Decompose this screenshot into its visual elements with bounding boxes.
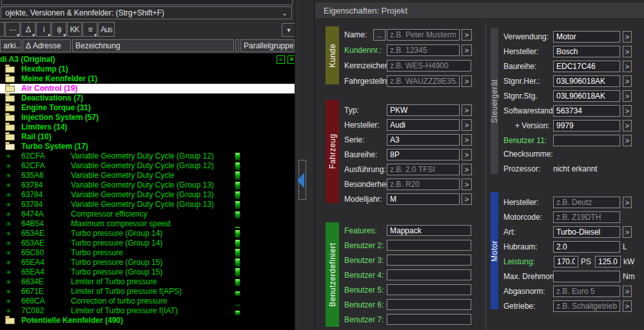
toolbar-delta-button[interactable]: Δ — [21, 22, 35, 37]
map-row[interactable]: ✳669CACorrection of turbo pressure — [0, 296, 295, 306]
toolbar-aus-button[interactable]: Aus — [98, 22, 115, 37]
arrow-button[interactable]: > — [462, 134, 472, 146]
field-input-typ[interactable] — [387, 104, 460, 116]
toolbar-dropdown-button[interactable]: ▼ — [282, 23, 296, 37]
arrow-button[interactable]: > — [462, 164, 472, 175]
toolbar-info-button[interactable]: i — [36, 22, 51, 37]
more-button[interactable]: ... — [373, 29, 385, 41]
arrow-button[interactable]: > — [623, 120, 632, 131]
filter-dropdown[interactable]: ojekte, Versionen & Kennfelder: (Strg+Sh… — [1, 6, 292, 19]
arrow-button[interactable]: > — [462, 179, 472, 190]
arrow-button[interactable]: > — [623, 46, 632, 57]
tree-folder-row[interactable]: Hexdump (1) — [0, 64, 295, 74]
field-input-features[interactable] — [387, 225, 471, 236]
field-input-leistung-1[interactable] — [554, 256, 578, 267]
arrow-button[interactable]: > — [623, 105, 632, 117]
field-input-benutzer-6[interactable] — [387, 299, 471, 310]
field-input-name[interactable] — [387, 29, 460, 41]
arrow-button[interactable]: > — [462, 119, 472, 131]
toolbar-lines-button[interactable]: ≡ — [83, 22, 97, 37]
arrow-button[interactable]: > — [623, 31, 632, 43]
tree-folder-row[interactable]: Meine Kennfelder (1) — [0, 74, 295, 84]
map-row[interactable]: ✳63784Variable Geometry Duty Cycle (Grou… — [0, 190, 295, 200]
field-input-modelljahr[interactable] — [387, 193, 460, 205]
field-input-verwendung[interactable] — [553, 31, 620, 43]
map-row[interactable]: ✳62CFAVariable Geometry Duty Cycle (Grou… — [0, 151, 295, 161]
map-row[interactable]: ✳65EA4Turbo pressure (Group 15) — [0, 258, 295, 267]
map-row[interactable]: ✳6671ELimiter of Turbo pressure f(APS) — [0, 287, 295, 296]
map-row[interactable]: ✳635A6Variable Geometry Duty Cycle — [0, 171, 295, 180]
arrow-button[interactable]: > — [623, 135, 632, 146]
field-input-benutzer-7[interactable] — [387, 314, 471, 325]
toolbar-dots-button[interactable]: ···· — [5, 22, 20, 37]
tree-folder-row[interactable]: Rail (10) — [0, 132, 295, 142]
field-input-benutzer-11[interactable] — [553, 135, 620, 146]
field-input-version[interactable] — [553, 120, 620, 131]
field-input-serie[interactable] — [387, 134, 460, 146]
tree-folder-row[interactable]: Deactivations (7) — [0, 93, 295, 103]
map-row[interactable]: ✳64B54Maximum compressor speed — [0, 219, 295, 229]
tree-folder-row[interactable]: Air Control (19) — [0, 84, 295, 93]
arrow-button[interactable]: > — [462, 149, 472, 160]
arrow-button[interactable]: > — [623, 286, 632, 297]
map-row[interactable]: ✳62CFAVariable Geometry Duty Cycle (Grou… — [0, 161, 295, 171]
field-input-art[interactable] — [553, 226, 620, 238]
field-input-softwarestand[interactable] — [553, 105, 620, 117]
field-input-benutzer-3[interactable] — [387, 255, 471, 266]
field-input-abgasnorm[interactable] — [553, 286, 620, 297]
field-input-max-drehmom[interactable] — [553, 271, 620, 282]
field-input-benutzer-4[interactable] — [387, 269, 471, 280]
field-input-hubraum[interactable] — [553, 241, 620, 253]
arrow-button[interactable]: > — [623, 197, 632, 208]
map-row[interactable]: ✳6474ACompressor efficiency — [0, 209, 295, 219]
arrow-button[interactable]: > — [462, 104, 472, 116]
map-row[interactable]: ✳6634ELimiter of Turbo pressure — [0, 277, 295, 287]
field-input-hersteller[interactable] — [387, 119, 460, 131]
list-icon[interactable]: ≡ — [277, 55, 285, 64]
arrow-button[interactable]: > — [623, 75, 632, 87]
field-input-getriebe[interactable] — [553, 300, 620, 312]
arrow-button[interactable]: > — [462, 29, 472, 41]
column-header-5[interactable]: Parallelgruppe — [240, 39, 295, 52]
map-row[interactable]: ✳63784Variable Geometry Duty Cycle (Grou… — [0, 180, 295, 190]
field-input-stgnr-her[interactable] — [553, 75, 620, 87]
field-input-hersteller[interactable] — [553, 197, 620, 208]
field-input-fahrgestellnr[interactable] — [387, 75, 460, 87]
map-row[interactable]: ✳653AETurbo pressure (Group 14) — [0, 229, 295, 238]
field-input-stgnr-stg[interactable] — [553, 90, 620, 102]
map-row[interactable]: ✳7C082Limiter of Turbo pressure f(IAT) — [0, 306, 295, 316]
arrow-button[interactable]: > — [623, 61, 632, 72]
tree-folder-row[interactable]: Potentielle Kennfelder (490) — [0, 316, 295, 325]
map-row[interactable]: ✳63784Variable Geometry Duty Cycle (Grou… — [0, 200, 295, 209]
tree-folder-row[interactable]: Turbo System (17) — [0, 142, 295, 151]
arrow-button[interactable]: > — [623, 300, 632, 312]
arrow-button[interactable]: > — [623, 226, 632, 238]
close-icon[interactable]: ✕ — [288, 55, 295, 64]
toolbar-kk-button[interactable]: KK — [67, 22, 82, 37]
field-input-benutzer-2[interactable] — [387, 240, 471, 251]
map-row[interactable]: ✳65C60Turbo pressure — [0, 248, 295, 258]
field-input-hersteller[interactable] — [553, 46, 620, 57]
arrow-button[interactable]: > — [462, 193, 472, 205]
field-input-baureihe[interactable] — [387, 149, 460, 160]
field-input-benutzer-5[interactable] — [387, 284, 471, 295]
arrow-button[interactable]: > — [462, 44, 472, 56]
arrow-button[interactable]: > — [623, 90, 632, 102]
map-row[interactable]: ✳653AETurbo pressure (Group 14) — [0, 238, 295, 248]
field-input-leistung-2[interactable] — [595, 256, 621, 267]
field-input-besonderheit[interactable] — [387, 179, 460, 190]
panel-splitter[interactable] — [295, 0, 314, 330]
field-input-motorcode[interactable] — [553, 211, 620, 223]
column-header-2[interactable]: Δ Adresse — [23, 39, 71, 52]
column-header-1[interactable]: arki... — [0, 39, 21, 52]
column-header-4[interactable] — [235, 39, 239, 52]
field-input-ausf-hrung[interactable] — [387, 164, 460, 175]
collapse-left-icon[interactable] — [297, 173, 304, 188]
column-header-3[interactable]: Bezeichnung — [72, 39, 234, 52]
arrow-button[interactable]: > — [462, 75, 472, 87]
tree-folder-row[interactable]: Engine Torque (31) — [0, 103, 295, 113]
toolbar-search-partial-button[interactable]: ⌕ — [0, 22, 5, 37]
field-input-baureihe[interactable] — [553, 61, 620, 72]
toolbar-flag-button[interactable]: ı|ı — [52, 22, 66, 37]
tree-folder-row[interactable]: Injection System (57) — [0, 113, 295, 122]
